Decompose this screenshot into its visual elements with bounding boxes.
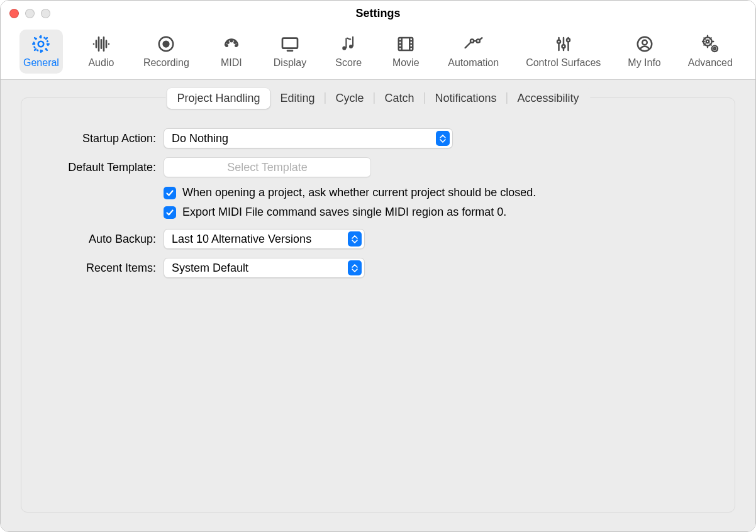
popup-value: Last 10 Alternative Versions xyxy=(172,233,311,246)
toolbar-item-advanced[interactable]: Advanced xyxy=(684,30,737,74)
checkbox-midi-export[interactable] xyxy=(164,206,176,219)
checkmark-icon xyxy=(165,208,174,217)
chevron-up-down-icon xyxy=(348,231,362,247)
label-default-template: Default Template: xyxy=(40,161,164,174)
svg-point-21 xyxy=(642,40,647,45)
toolbar-label: Control Surfaces xyxy=(526,57,601,69)
checkbox-label: When opening a project, ask whether curr… xyxy=(182,186,536,199)
svg-point-4 xyxy=(231,40,233,42)
svg-point-5 xyxy=(227,42,229,43)
svg-rect-13 xyxy=(352,36,353,47)
toolbar-label: General xyxy=(23,57,59,69)
svg-point-25 xyxy=(714,48,716,50)
label-recent-items: Recent Items: xyxy=(40,262,164,275)
tab-cycle[interactable]: Cycle xyxy=(326,88,374,109)
tab-catch[interactable]: Catch xyxy=(375,88,425,109)
svg-rect-9 xyxy=(282,38,297,48)
svg-point-24 xyxy=(712,46,718,52)
checkbox-label: Export MIDI File command saves single MI… xyxy=(182,206,506,219)
form: Startup Action: Do Nothing Default Templ… xyxy=(21,128,735,278)
tab-editing[interactable]: Editing xyxy=(270,88,325,109)
record-icon xyxy=(155,33,177,55)
toolbar-item-general[interactable]: General xyxy=(19,30,63,74)
settings-window: Settings General Audio xyxy=(0,0,756,532)
panel: Project Handling Editing Cycle Catch Not… xyxy=(21,97,735,513)
label-auto-backup: Auto Backup: xyxy=(40,233,164,246)
waveform-icon xyxy=(91,33,112,55)
film-icon xyxy=(395,33,416,55)
toolbar-item-automation[interactable]: Automation xyxy=(444,30,503,74)
svg-rect-12 xyxy=(346,38,347,48)
tab-accessibility[interactable]: Accessibility xyxy=(508,88,589,109)
automation-icon xyxy=(463,33,484,55)
titlebar: Settings xyxy=(1,1,755,26)
chevron-up-down-icon xyxy=(348,260,362,275)
window-title: Settings xyxy=(1,7,755,20)
tab-notifications[interactable]: Notifications xyxy=(425,88,507,109)
popup-auto-backup[interactable]: Last 10 Alternative Versions xyxy=(164,229,365,249)
checkbox-close-prompt[interactable] xyxy=(164,187,176,199)
toolbar-label: Movie xyxy=(392,57,420,69)
toolbar-label: Score xyxy=(335,57,362,69)
gear-icon xyxy=(30,33,52,55)
svg-point-6 xyxy=(234,42,236,43)
tab-project-handling[interactable]: Project Handling xyxy=(167,88,270,109)
svg-point-7 xyxy=(226,45,228,47)
toolbar-item-score[interactable]: Score xyxy=(330,30,367,74)
toolbar-label: Recording xyxy=(143,57,189,69)
music-notes-icon xyxy=(338,33,359,55)
svg-point-15 xyxy=(470,39,474,42)
segmented-tabs: Project Handling Editing Cycle Catch Not… xyxy=(165,87,590,109)
person-circle-icon xyxy=(634,33,655,55)
row-auto-backup: Auto Backup: Last 10 Alternative Version… xyxy=(40,229,716,249)
row-check-midi-export: Export MIDI File command saves single MI… xyxy=(164,206,716,219)
popup-value: System Default xyxy=(172,262,248,275)
toolbar-label: Advanced xyxy=(688,57,733,69)
popup-recent-items[interactable]: System Default xyxy=(164,258,365,278)
row-check-close-prompt: When opening a project, ask whether curr… xyxy=(164,186,716,199)
toolbar-item-my-info[interactable]: My Info xyxy=(624,30,664,74)
row-default-template: Default Template: Select Template xyxy=(40,157,716,177)
checkmark-icon xyxy=(165,189,174,197)
toolbar-label: My Info xyxy=(628,57,660,69)
toolbar-label: Display xyxy=(274,57,306,69)
svg-point-0 xyxy=(38,42,44,47)
midi-icon xyxy=(221,33,242,55)
svg-point-3 xyxy=(164,42,169,47)
toolbar-label: MIDI xyxy=(221,57,242,69)
toolbar-item-display[interactable]: Display xyxy=(270,30,310,74)
toolbar-item-midi[interactable]: MIDI xyxy=(213,30,250,74)
sliders-icon xyxy=(553,33,574,55)
svg-point-8 xyxy=(235,45,237,47)
content-area: Project Handling Editing Cycle Catch Not… xyxy=(1,80,755,531)
toolbar-item-control-surfaces[interactable]: Control Surfaces xyxy=(522,30,604,74)
button-select-template[interactable]: Select Template xyxy=(164,157,371,177)
toolbar-label: Automation xyxy=(448,57,499,69)
toolbar-item-movie[interactable]: Movie xyxy=(387,30,425,74)
svg-point-17 xyxy=(557,40,560,43)
svg-point-19 xyxy=(567,38,570,42)
toolbar-label: Audio xyxy=(88,57,114,69)
row-startup-action: Startup Action: Do Nothing xyxy=(40,128,716,148)
svg-point-18 xyxy=(562,45,565,48)
gears-icon xyxy=(699,33,721,55)
popup-value: Do Nothing xyxy=(172,132,228,145)
toolbar: General Audio Recording xyxy=(1,26,755,80)
chevron-up-down-icon xyxy=(436,131,450,146)
toolbar-item-audio[interactable]: Audio xyxy=(82,30,120,74)
svg-point-16 xyxy=(476,39,479,42)
toolbar-item-recording[interactable]: Recording xyxy=(140,30,193,74)
display-icon xyxy=(279,33,301,55)
label-startup-action: Startup Action: xyxy=(40,132,164,145)
svg-point-23 xyxy=(706,40,709,43)
row-recent-items: Recent Items: System Default xyxy=(40,258,716,278)
popup-startup-action[interactable]: Do Nothing xyxy=(164,128,453,148)
button-label: Select Template xyxy=(227,161,308,174)
